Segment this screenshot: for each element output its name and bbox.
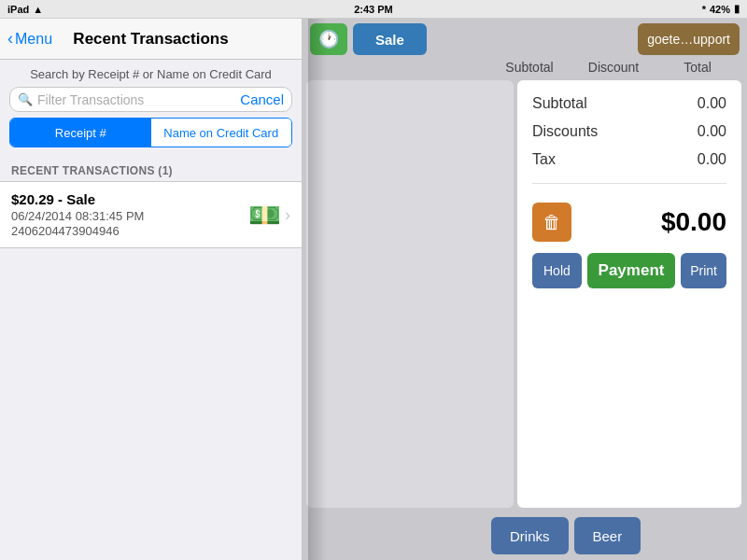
status-left: iPad ▲	[7, 4, 43, 15]
transaction-content: $20.29 - Sale 06/24/2014 08:31:45 PM 240…	[11, 191, 241, 238]
search-input-wrap[interactable]: 🔍 Filter Transactions Cancel	[9, 87, 292, 112]
subtotal-row: Subtotal 0.00	[532, 95, 726, 112]
category-bar: Drinks Beer	[303, 511, 747, 560]
battery-label: 42%	[710, 4, 730, 15]
action-row: Hold Payment Print	[532, 253, 726, 288]
carrier-label: iPad	[7, 4, 29, 15]
name-credit-toggle-btn[interactable]: Name on Credit Card	[151, 119, 292, 147]
nav-title: Recent Transactions	[73, 30, 228, 49]
left-panel: ‹ Menu Recent Transactions Search by Rec…	[0, 19, 303, 560]
wifi-icon: ▲	[33, 4, 43, 15]
clock-icon: 🕐	[318, 29, 339, 49]
transaction-title: $20.29 - Sale	[11, 191, 241, 207]
trash-button[interactable]: 🗑	[532, 203, 571, 242]
battery-icon: ▮	[734, 3, 740, 15]
transaction-id: 2406204473904946	[11, 224, 241, 238]
search-icon: 🔍	[18, 92, 33, 106]
discounts-row: Discounts 0.00	[532, 123, 726, 140]
search-area: Search by Receipt # or Name on Credit Ca…	[0, 60, 302, 159]
subtotal-col-header: Subtotal	[487, 60, 571, 75]
support-button[interactable]: goete…upport	[638, 23, 740, 55]
hold-button[interactable]: Hold	[532, 253, 582, 288]
search-hint: Search by Receipt # or Name on Credit Ca…	[9, 67, 292, 81]
filter-input-placeholder[interactable]: Filter Transactions	[37, 92, 234, 107]
timer-button[interactable]: 🕐	[310, 23, 347, 55]
column-header-row: Subtotal Discount Total	[303, 60, 747, 80]
total-amount: $0.00	[661, 207, 726, 237]
drinks-category-button[interactable]: Drinks	[491, 517, 569, 554]
transaction-list: $20.29 - Sale 06/24/2014 08:31:45 PM 240…	[0, 181, 302, 248]
discounts-label: Discounts	[532, 123, 598, 140]
right-panel: 🕐 Sale goete…upport Subtotal Discount To…	[303, 19, 747, 560]
bluetooth-icon: *	[702, 4, 706, 15]
transaction-money-icon: 💵	[248, 200, 281, 231]
subtotal-label: Subtotal	[532, 95, 587, 112]
summary-panel: Subtotal 0.00 Discounts 0.00 Tax 0.00 🗑 …	[517, 80, 741, 508]
back-label: Menu	[15, 31, 52, 48]
beer-category-button[interactable]: Beer	[574, 517, 641, 554]
summary-divider	[532, 183, 726, 184]
total-row: 🗑 $0.00	[532, 203, 726, 242]
pos-content: Subtotal 0.00 Discounts 0.00 Tax 0.00 🗑 …	[303, 80, 747, 511]
tax-row: Tax 0.00	[532, 151, 726, 168]
nav-bar: ‹ Menu Recent Transactions	[0, 19, 302, 60]
print-button[interactable]: Print	[681, 253, 726, 288]
trash-icon: 🗑	[543, 212, 561, 233]
discount-col-header: Discount	[571, 60, 655, 75]
cancel-button[interactable]: Cancel	[240, 91, 284, 107]
status-bar: iPad ▲ 2:43 PM * 42% ▮	[0, 0, 747, 19]
receipt-toggle-btn[interactable]: Receipt #	[10, 119, 151, 147]
pos-top-bar: 🕐 Sale goete…upport	[303, 19, 747, 60]
sale-button[interactable]: Sale	[353, 23, 427, 55]
discounts-value: 0.00	[698, 123, 726, 140]
order-area	[306, 80, 514, 508]
status-right: * 42% ▮	[702, 3, 740, 15]
total-col-header: Total	[655, 60, 740, 75]
section-header: RECENT TRANSACTIONS (1)	[0, 159, 302, 181]
subtotal-value: 0.00	[698, 95, 726, 112]
payment-button[interactable]: Payment	[587, 253, 675, 288]
row-chevron-icon: ›	[285, 205, 290, 225]
table-row[interactable]: $20.29 - Sale 06/24/2014 08:31:45 PM 240…	[0, 182, 302, 247]
back-button[interactable]: ‹ Menu	[7, 29, 52, 49]
transaction-date: 06/24/2014 08:31:45 PM	[11, 209, 241, 223]
back-chevron-icon: ‹	[7, 29, 13, 49]
app-container: ‹ Menu Recent Transactions Search by Rec…	[0, 19, 747, 560]
tax-label: Tax	[532, 151, 556, 168]
status-time: 2:43 PM	[354, 4, 393, 15]
search-toggle: Receipt # Name on Credit Card	[9, 118, 292, 147]
tax-value: 0.00	[698, 151, 726, 168]
